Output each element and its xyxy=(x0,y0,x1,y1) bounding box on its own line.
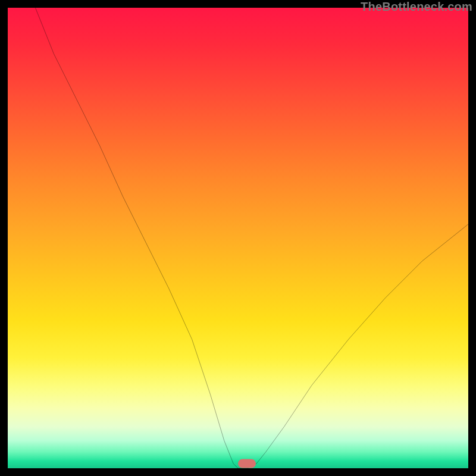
chart-frame: TheBottleneck.com xyxy=(0,0,476,476)
bottleneck-curve xyxy=(8,8,468,468)
optimum-marker xyxy=(238,459,256,468)
watermark-text: TheBottleneck.com xyxy=(361,0,472,14)
plot-area xyxy=(8,8,468,468)
